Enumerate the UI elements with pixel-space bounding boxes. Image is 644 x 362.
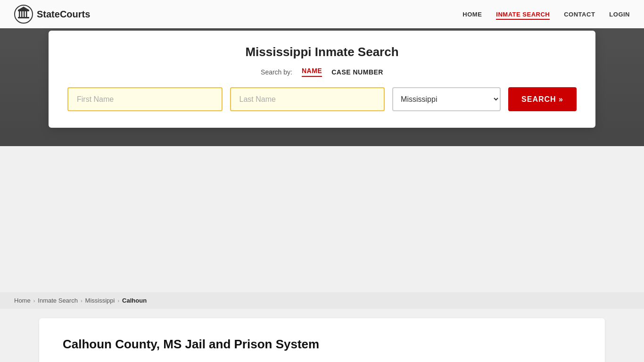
tab-case-number[interactable]: CASE NUMBER	[331, 68, 383, 76]
breadcrumb-sep-1: ›	[33, 298, 35, 304]
breadcrumb-sep-3: ›	[117, 298, 119, 304]
svg-rect-6	[26, 11, 27, 17]
search-card: Mississippi Inmate Search Search by: NAM…	[49, 31, 595, 128]
svg-marker-7	[18, 7, 29, 10]
search-form: Mississippi Alabama Alaska Arkansas Cali…	[67, 87, 577, 111]
svg-rect-5	[24, 11, 25, 17]
breadcrumb-inmate-search[interactable]: Inmate Search	[38, 297, 78, 304]
search-button[interactable]: SEARCH »	[508, 87, 577, 111]
nav-contact[interactable]: CONTACT	[564, 11, 595, 18]
nav-links: HOME INMATE SEARCH CONTACT LOGIN	[462, 10, 630, 18]
last-name-input[interactable]	[230, 87, 385, 111]
county-title: Calhoun County, MS Jail and Prison Syste…	[63, 337, 581, 352]
search-by-row: Search by: NAME CASE NUMBER	[67, 67, 577, 77]
nav-inmate-search[interactable]: INMATE SEARCH	[496, 11, 550, 20]
nav-login[interactable]: LOGIN	[609, 11, 630, 18]
navbar: StateCourts HOME INMATE SEARCH CONTACT L…	[0, 0, 644, 28]
first-name-input[interactable]	[67, 87, 223, 111]
svg-rect-3	[19, 11, 20, 17]
site-name: StateCourts	[37, 9, 90, 20]
main-content: Calhoun County, MS Jail and Prison Syste…	[39, 318, 605, 362]
tab-name[interactable]: NAME	[302, 67, 322, 77]
search-by-label: Search by:	[261, 68, 292, 76]
svg-rect-2	[18, 10, 29, 11]
breadcrumb-state[interactable]: Mississippi	[85, 297, 115, 304]
breadcrumb-home[interactable]: Home	[14, 297, 31, 304]
nav-home[interactable]: HOME	[462, 11, 482, 18]
svg-rect-1	[18, 17, 29, 18]
breadcrumb-sep-2: ›	[81, 298, 83, 304]
breadcrumb: Home › Inmate Search › Mississippi › Cal…	[0, 292, 644, 309]
logo-icon	[14, 5, 33, 24]
site-logo[interactable]: StateCourts	[14, 5, 462, 24]
search-card-title: Mississippi Inmate Search	[67, 45, 577, 59]
breadcrumb-current: Calhoun	[122, 297, 147, 304]
state-select[interactable]: Mississippi Alabama Alaska Arkansas Cali…	[392, 87, 501, 111]
svg-rect-4	[21, 11, 23, 17]
